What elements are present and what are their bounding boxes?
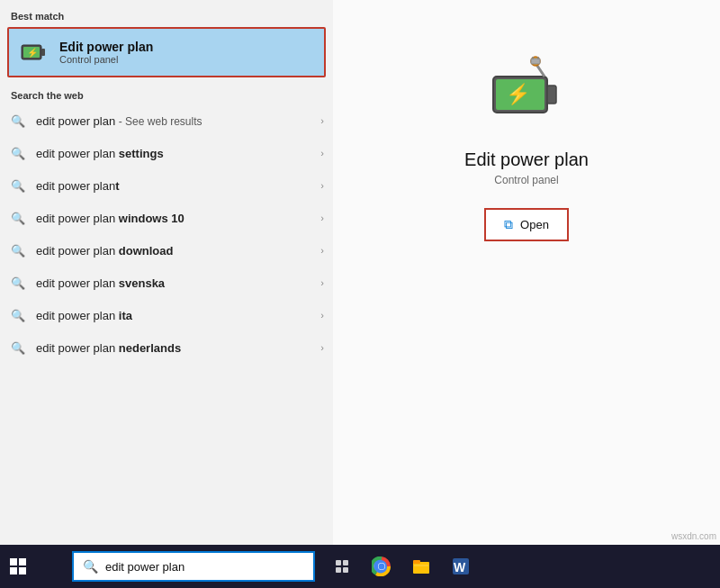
chevron-icon: › (320, 277, 324, 288)
svg-text:⚡: ⚡ (27, 47, 39, 59)
svg-rect-16 (343, 567, 348, 573)
start-button[interactable] (0, 545, 36, 588)
search-item-text: edit power plan windows 10 (36, 212, 320, 225)
file-explorer-icon[interactable] (403, 548, 439, 584)
taskbar-icons: W (324, 548, 479, 584)
search-icon: 🔍 (9, 274, 27, 292)
app-title: Edit power plan (464, 149, 589, 170)
svg-rect-1 (41, 49, 45, 56)
svg-rect-22 (413, 560, 420, 564)
watermark: wsxdn.com (671, 531, 716, 541)
search-icon: 🔍 (9, 176, 27, 194)
power-plan-app-icon: ⚡ (486, 54, 567, 135)
search-bar[interactable]: 🔍 edit power plan (72, 551, 315, 582)
search-icon: 🔍 (9, 339, 27, 357)
list-item[interactable]: 🔍 edit power plan settings › (0, 137, 333, 169)
svg-text:⚡: ⚡ (506, 82, 531, 106)
chevron-icon: › (320, 180, 324, 191)
task-view-icon[interactable] (324, 548, 360, 584)
search-icon: 🔍 (9, 209, 27, 227)
svg-rect-14 (343, 560, 348, 565)
search-item-text: edit power plan ita (36, 309, 320, 322)
svg-rect-13 (336, 560, 341, 565)
best-match-label: Best match (0, 0, 333, 27)
search-icon: 🔍 (9, 241, 27, 259)
chevron-icon: › (320, 245, 324, 256)
search-icon: 🔍 (9, 144, 27, 162)
right-panel: ⚡ Edit power plan Control panel ⧉ Open (333, 0, 720, 545)
start-menu: Best match ⚡ Edit power plan (0, 0, 720, 545)
chevron-icon: › (320, 115, 324, 126)
windows-logo-icon (10, 558, 26, 574)
word-icon[interactable]: W (443, 548, 479, 584)
svg-rect-23 (414, 565, 428, 566)
list-item[interactable]: 🔍 edit power plan nederlands › (0, 331, 333, 364)
chevron-icon: › (320, 310, 324, 321)
svg-rect-5 (547, 86, 556, 104)
power-plan-icon-small: ⚡ (18, 36, 50, 68)
app-icon-container: ⚡ (486, 54, 567, 135)
svg-point-20 (379, 564, 385, 570)
open-button-label: Open (520, 218, 549, 231)
list-item[interactable]: 🔍 edit power plan windows 10 › (0, 202, 333, 234)
app-subtitle: Control panel (494, 174, 558, 186)
chevron-icon: › (320, 148, 324, 158)
list-item[interactable]: 🔍 edit power plan svenska › (0, 267, 333, 299)
taskbar: 🔍 edit power plan (0, 545, 720, 588)
desktop: Best match ⚡ Edit power plan (0, 0, 720, 588)
search-icon: 🔍 (9, 112, 27, 130)
open-button[interactable]: ⧉ Open (484, 208, 569, 241)
best-match-item[interactable]: ⚡ Edit power plan Control panel (7, 27, 326, 77)
search-web-label: Search the web (0, 85, 333, 104)
best-match-text-container: Edit power plan Control panel (59, 40, 153, 65)
chrome-icon[interactable] (364, 548, 400, 584)
search-icon: 🔍 (9, 306, 27, 324)
best-match-title: Edit power plan (59, 40, 153, 54)
search-bar-icon: 🔍 (83, 559, 98, 574)
svg-text:W: W (454, 560, 466, 574)
chevron-icon: › (320, 342, 324, 353)
list-item[interactable]: 🔍 edit power plant › (0, 169, 333, 202)
list-item[interactable]: 🔍 edit power plan - See web results › (0, 104, 333, 137)
search-item-text: edit power plan nederlands (36, 341, 320, 355)
search-item-text: edit power plan settings (36, 147, 320, 160)
search-bar-text: edit power plan (105, 560, 184, 574)
chevron-icon: › (320, 213, 324, 223)
list-item[interactable]: 🔍 edit power plan download › (0, 234, 333, 267)
svg-rect-15 (336, 567, 341, 573)
search-item-text: edit power plant (36, 179, 320, 193)
left-panel: Best match ⚡ Edit power plan (0, 0, 333, 545)
list-item[interactable]: 🔍 edit power plan ita › (0, 299, 333, 331)
best-match-subtitle: Control panel (59, 54, 153, 65)
see-web-text: - See web results (119, 115, 202, 128)
open-icon: ⧉ (504, 217, 513, 232)
search-item-text: edit power plan - See web results (36, 114, 320, 128)
search-item-text: edit power plan svenska (36, 276, 320, 290)
search-item-text: edit power plan download (36, 244, 320, 258)
